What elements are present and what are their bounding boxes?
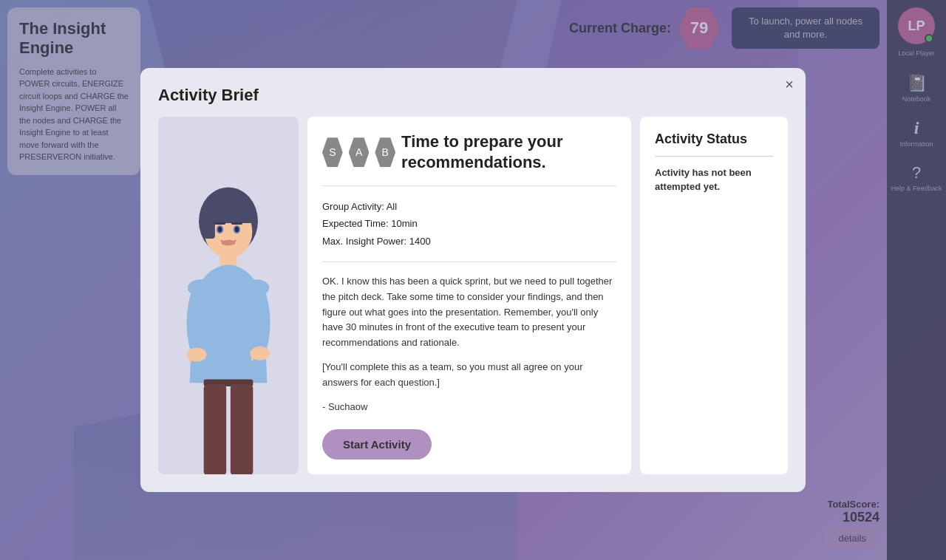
time-meta: Expected Time: 10min: [322, 215, 616, 232]
modal-overlay: × Activity Brief: [0, 0, 946, 560]
activity-icon-1: S: [322, 137, 343, 167]
status-divider: [655, 156, 773, 157]
svg-rect-17: [204, 384, 226, 474]
divider-1: [322, 185, 616, 186]
svg-point-10: [221, 240, 235, 246]
status-title: Activity Status: [655, 132, 773, 147]
icon-1-label: S: [329, 146, 336, 158]
activity-title: Time to prepare your recommendations.: [401, 132, 616, 174]
modal-title: Activity Brief: [158, 86, 788, 105]
activity-description-1: OK. I know this has been a quick sprint,…: [322, 274, 616, 351]
icon-3-label: B: [382, 146, 389, 158]
activity-icons: S A B Time to prepare your recommendatio…: [322, 132, 616, 174]
group-meta: Group Activity: All: [322, 198, 616, 215]
activity-meta: Group Activity: All Expected Time: 10min…: [322, 198, 616, 250]
svg-point-6: [218, 227, 222, 233]
power-meta: Max. Insight Power: 1400: [322, 233, 616, 250]
status-text: Activity has not been attempted yet.: [655, 165, 773, 194]
svg-rect-9: [231, 222, 242, 225]
activity-signature: - Suchaow: [322, 400, 616, 415]
activity-icon-3: B: [375, 137, 395, 167]
icon-2-label: A: [355, 146, 362, 158]
svg-rect-3: [204, 218, 215, 239]
character-illustration: [158, 164, 299, 474]
svg-point-7: [235, 227, 239, 233]
activity-content-panel: S A B Time to prepare your recommendatio…: [307, 117, 631, 475]
start-activity-button[interactable]: Start Activity: [322, 429, 432, 460]
activity-description-2: [You'll complete this as a team, so you …: [322, 360, 616, 391]
close-button[interactable]: ×: [785, 77, 794, 92]
svg-rect-8: [214, 222, 225, 225]
divider-2: [322, 262, 616, 262]
character-panel: [158, 117, 299, 475]
status-panel: Activity Status Activity has not been at…: [640, 117, 788, 475]
svg-rect-18: [231, 384, 253, 474]
modal-body: S A B Time to prepare your recommendatio…: [158, 117, 788, 475]
activity-icon-2: A: [349, 137, 370, 167]
modal: × Activity Brief: [140, 68, 806, 493]
